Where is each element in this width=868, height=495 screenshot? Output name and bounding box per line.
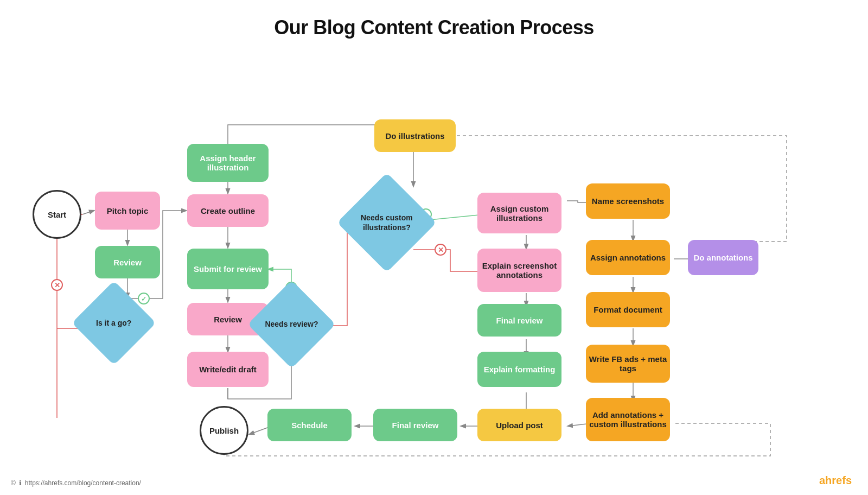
final-review1-node: Final review bbox=[477, 304, 561, 337]
svg-point-32 bbox=[435, 244, 446, 255]
do-illustrations-node: Do illustrations bbox=[374, 119, 456, 152]
write-fb-ads-node: Write FB ads + meta tags bbox=[586, 345, 670, 383]
needs-custom-node: Needs custom illustrations? bbox=[352, 187, 422, 258]
brand-logo: ahrefs bbox=[819, 474, 852, 487]
do-annotations-node: Do annotations bbox=[688, 240, 758, 275]
upload-post-node: Upload post bbox=[477, 409, 561, 441]
svg-text:✕: ✕ bbox=[54, 281, 60, 289]
svg-point-22 bbox=[52, 280, 62, 290]
assign-annotations-node: Assign annotations bbox=[586, 240, 670, 275]
assign-header-node: Assign header illustration bbox=[187, 144, 269, 182]
schedule-node: Schedule bbox=[267, 409, 352, 441]
is-it-a-go-node: Is it a go? bbox=[84, 293, 144, 353]
submit-review-node: Submit for review bbox=[187, 249, 269, 289]
add-annotations-node: Add annotations + custom illustrations bbox=[586, 398, 670, 441]
explain-formatting-node: Explain formatting bbox=[477, 352, 561, 387]
needs-review-node: Needs review? bbox=[260, 293, 323, 356]
assign-custom-node: Assign custom illustrations bbox=[477, 193, 561, 233]
name-screenshots-node: Name screenshots bbox=[586, 183, 670, 219]
review1-node: Review bbox=[95, 246, 160, 278]
start-node: Start bbox=[33, 190, 81, 239]
create-outline-node: Create outline bbox=[187, 194, 269, 227]
format-document-node: Format document bbox=[586, 292, 670, 327]
svg-text:✕: ✕ bbox=[438, 246, 444, 254]
publish-node: Publish bbox=[200, 406, 248, 455]
final-review2-node: Final review bbox=[373, 409, 457, 441]
footer-left: © ℹ https://ahrefs.com/blog/content-crea… bbox=[11, 479, 141, 487]
explain-screenshot-node: Explain screenshot annotations bbox=[477, 249, 561, 292]
pitch-topic-node: Pitch topic bbox=[95, 192, 160, 230]
page-title: Our Blog Content Creation Process bbox=[0, 0, 868, 39]
write-edit-node: Write/edit draft bbox=[187, 352, 269, 387]
svg-line-0 bbox=[82, 211, 94, 214]
diagram-area: ✕ ✓ ✓ ✕ ✓ ✕ Start Pitch topic Review Is … bbox=[0, 49, 868, 494]
